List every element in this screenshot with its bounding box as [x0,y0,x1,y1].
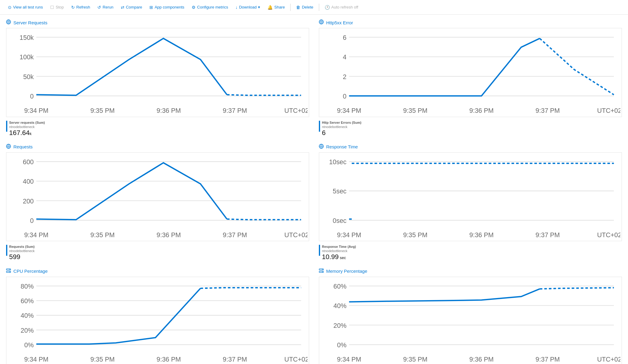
svg-text:400: 400 [23,178,34,185]
chart-legend-text-server-requests: Server requests (Sum) ntnodebottleneck 1… [9,121,45,137]
chart-icon-requests [6,144,11,150]
rerun-icon: ↺ [97,5,101,10]
chart-panel-response-time: Response Time 10sec5sec0sec9:34 PM9:35 P… [319,144,622,261]
svg-text:UTC+02:00: UTC+02:00 [597,107,620,114]
svg-text:9:37 PM: 9:37 PM [536,107,560,114]
svg-text:0: 0 [30,217,34,224]
svg-text:UTC+02:00: UTC+02:00 [597,356,620,363]
chart-legend-sub-response-time: ntnodebottleneck [322,249,356,253]
svg-text:40%: 40% [333,302,347,310]
svg-text:9:37 PM: 9:37 PM [223,107,247,114]
chart-legend-bar-response-time [319,245,320,256]
compare-label: Compare [126,5,142,9]
share-button[interactable]: 🔔 Share [264,3,288,12]
svg-text:9:35 PM: 9:35 PM [90,356,115,363]
svg-text:60%: 60% [21,297,34,305]
view-all-icon: ⊙ [8,5,12,10]
stop-icon: ☐ [50,5,54,10]
delete-label: Delete [302,5,313,9]
chart-area-memory-percentage[interactable]: 60%40%20%0%9:34 PM9:35 PM9:36 PM9:37 PMU… [319,277,622,364]
chart-legend-label-server-requests: Server requests (Sum) [9,121,45,124]
chart-title-text-server-requests: Server Requests [13,20,47,25]
download-chevron-icon: ▾ [258,5,260,9]
svg-text:9:34 PM: 9:34 PM [24,107,48,114]
chart-legend-response-time: Response Time (Avg) ntnodebottleneck 10.… [319,245,622,261]
svg-text:40%: 40% [21,312,34,319]
toolbar-separator [290,4,291,11]
chart-legend-server-requests: Server requests (Sum) ntnodebottleneck 1… [6,121,309,137]
svg-text:UTC+02:00: UTC+02:00 [284,231,308,239]
svg-text:60%: 60% [333,283,347,290]
chart-value-http5xx-error: 6 [322,129,361,137]
svg-text:9:37 PM: 9:37 PM [536,356,560,363]
svg-text:0sec: 0sec [333,217,347,224]
chart-icon-cpu-percentage [6,268,11,274]
stop-label: Stop [56,5,64,9]
svg-text:0%: 0% [337,341,347,349]
configure-metrics-icon: ⚙ [192,5,196,10]
chart-legend-http5xx-error: Http Server Errors (Sum) ntnodebottlenec… [319,121,622,137]
chart-legend-text-requests: Requests (Sum) ntnodebottleneck 599 [9,245,35,261]
chart-legend-requests: Requests (Sum) ntnodebottleneck 599 [6,245,309,261]
chart-area-cpu-percentage[interactable]: 80%60%40%20%0%9:34 PM9:35 PM9:36 PM9:37 … [6,277,309,364]
download-label: Download [239,5,257,9]
svg-text:9:35 PM: 9:35 PM [90,107,115,114]
chart-legend-sub-requests: ntnodebottleneck [9,249,35,253]
delete-button[interactable]: 🗑 Delete [293,3,316,12]
svg-text:9:37 PM: 9:37 PM [223,356,247,363]
chart-legend-label-response-time: Response Time (Avg) [322,245,356,248]
svg-text:100k: 100k [19,54,34,61]
chart-legend-label-http5xx-error: Http Server Errors (Sum) [322,121,361,124]
svg-text:150k: 150k [19,34,34,41]
chart-legend-bar-requests [6,245,7,256]
charts-grid: Server Requests 150k100k50k09:34 PM9:35 … [6,19,622,364]
download-button[interactable]: ↓ Download ▾ [232,3,263,12]
svg-text:UTC+02:00: UTC+02:00 [597,231,620,239]
download-icon: ↓ [236,5,238,10]
refresh-button[interactable]: ↻ Refresh [68,3,93,12]
compare-icon: ⇄ [121,5,124,10]
svg-point-88 [322,272,323,272]
svg-text:UTC+02:00: UTC+02:00 [284,356,308,363]
chart-icon-server-requests [6,19,11,26]
svg-text:0: 0 [343,93,347,100]
svg-text:9:36 PM: 9:36 PM [157,231,181,239]
svg-text:9:36 PM: 9:36 PM [157,107,181,114]
chart-area-response-time[interactable]: 10sec5sec0sec9:34 PM9:35 PM9:36 PM9:37 P… [319,152,622,241]
chart-panel-http5xx-error: Http5xx Error 64209:34 PM9:35 PM9:36 PM9… [319,19,622,137]
svg-text:5sec: 5sec [333,188,347,195]
stop-button[interactable]: ☐ Stop [47,3,67,12]
chart-panel-memory-percentage: Memory Percentage 60%40%20%0%9:34 PM9:35… [319,268,622,364]
chart-value-response-time: 10.99 sec [322,253,356,261]
chart-title-text-http5xx-error: Http5xx Error [326,20,353,25]
rerun-button[interactable]: ↺ Rerun [94,3,116,12]
chart-area-http5xx-error[interactable]: 64209:34 PM9:35 PM9:36 PM9:37 PMUTC+02:0… [319,28,622,117]
chart-area-server-requests[interactable]: 150k100k50k09:34 PM9:35 PM9:36 PM9:37 PM… [6,28,309,117]
chart-title-text-response-time: Response Time [326,144,358,149]
share-label: Share [274,5,285,9]
view-all-button[interactable]: ⊙ View all test runs [5,3,46,12]
app-components-button[interactable]: ⊞ App components [146,3,187,12]
auto-refresh-icon: 🕐 [325,5,330,10]
svg-text:0%: 0% [24,341,34,349]
svg-text:9:35 PM: 9:35 PM [90,231,115,239]
auto-refresh-button[interactable]: 🕐 Auto refresh off [322,3,361,12]
svg-text:6: 6 [343,34,347,41]
svg-text:9:36 PM: 9:36 PM [469,356,494,363]
refresh-label: Refresh [76,5,90,9]
chart-icon-http5xx-error [319,19,324,26]
chart-legend-sub-server-requests: ntnodebottleneck [9,125,45,129]
refresh-icon: ↻ [71,5,75,10]
chart-legend-bar-http5xx-error [319,121,320,132]
compare-button[interactable]: ⇄ Compare [118,3,145,12]
svg-text:9:37 PM: 9:37 PM [223,231,247,239]
configure-metrics-button[interactable]: ⚙ Configure metrics [189,3,231,12]
chart-unit-server-requests: k [30,131,32,136]
svg-text:9:34 PM: 9:34 PM [24,356,48,363]
svg-point-68 [9,269,10,270]
chart-area-requests[interactable]: 60040020009:34 PM9:35 PM9:36 PM9:37 PMUT… [6,152,309,241]
svg-text:9:34 PM: 9:34 PM [337,356,361,363]
chart-title-requests: Requests [6,144,309,150]
chart-value-server-requests: 167.64k [9,129,45,137]
chart-title-text-memory-percentage: Memory Percentage [326,269,367,274]
